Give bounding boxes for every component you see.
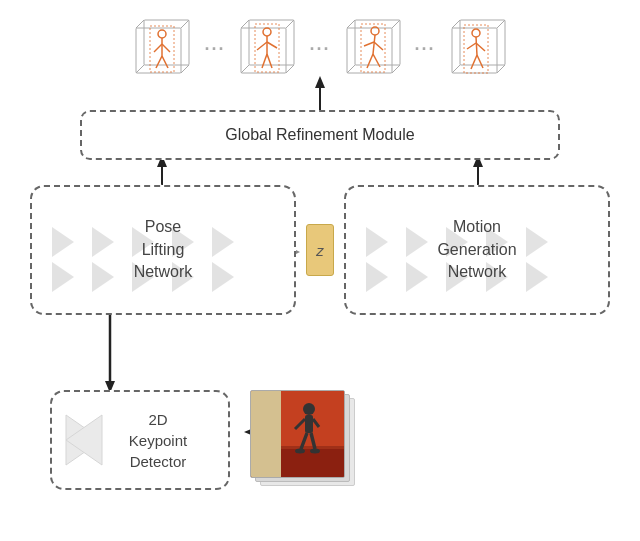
photo-frame-front bbox=[250, 390, 345, 478]
svg-point-33 bbox=[263, 28, 271, 36]
pln-label: PoseLiftingNetwork bbox=[134, 216, 193, 283]
svg-marker-75 bbox=[212, 262, 234, 292]
grm-label: Global Refinement Module bbox=[225, 126, 414, 144]
svg-line-61 bbox=[467, 43, 476, 49]
svg-line-25 bbox=[162, 56, 168, 68]
svg-line-17 bbox=[181, 20, 189, 28]
middle-row: PoseLiftingNetwork z bbox=[30, 185, 610, 315]
svg-line-48 bbox=[364, 42, 374, 46]
dots-2: ... bbox=[303, 34, 336, 55]
dots-3: ... bbox=[409, 34, 442, 55]
svg-line-55 bbox=[452, 20, 460, 28]
svg-line-32 bbox=[241, 65, 249, 73]
svg-marker-66 bbox=[52, 227, 74, 257]
svg-marker-76 bbox=[366, 227, 388, 257]
svg-marker-78 bbox=[406, 227, 428, 257]
z-label: z bbox=[316, 242, 324, 259]
pose-lifting-network: PoseLiftingNetwork bbox=[30, 185, 296, 315]
svg-line-24 bbox=[156, 56, 162, 68]
svg-line-49 bbox=[374, 42, 383, 50]
svg-line-30 bbox=[286, 20, 294, 28]
cube-group-2 bbox=[231, 8, 303, 80]
svg-line-19 bbox=[136, 65, 144, 73]
svg-line-18 bbox=[181, 65, 189, 73]
svg-line-45 bbox=[347, 65, 355, 73]
svg-point-102 bbox=[310, 449, 320, 454]
cube-group-3 bbox=[337, 8, 409, 80]
svg-marker-74 bbox=[212, 227, 234, 257]
z-connector: z bbox=[296, 224, 344, 276]
cube-group-4 bbox=[442, 8, 514, 80]
svg-line-57 bbox=[497, 65, 505, 73]
bottom-row: 2DKeypointDetector bbox=[50, 380, 610, 500]
cube-group-1 bbox=[126, 8, 198, 80]
svg-line-44 bbox=[392, 65, 400, 73]
svg-line-37 bbox=[262, 54, 267, 68]
skeleton-cube-4 bbox=[442, 8, 514, 80]
diagram-container: ... bbox=[0, 0, 640, 541]
svg-line-29 bbox=[241, 20, 249, 28]
svg-line-22 bbox=[154, 44, 162, 52]
svg-marker-69 bbox=[92, 262, 114, 292]
global-refinement-module: Global Refinement Module bbox=[80, 110, 560, 160]
svg-point-59 bbox=[472, 29, 480, 37]
svg-marker-84 bbox=[526, 227, 548, 257]
svg-marker-67 bbox=[52, 262, 74, 292]
dots-1: ... bbox=[198, 34, 231, 55]
input-video-frames bbox=[250, 390, 360, 490]
svg-point-101 bbox=[295, 449, 305, 454]
svg-point-20 bbox=[158, 30, 166, 38]
svg-line-63 bbox=[471, 55, 477, 69]
mgn-label: MotionGenerationNetwork bbox=[437, 216, 516, 283]
svg-line-36 bbox=[267, 42, 277, 48]
svg-marker-85 bbox=[526, 262, 548, 292]
keypoint-detector: 2DKeypointDetector bbox=[50, 390, 230, 490]
svg-line-35 bbox=[257, 42, 267, 50]
svg-rect-96 bbox=[305, 415, 313, 433]
z-latent-box: z bbox=[306, 224, 334, 276]
svg-line-60 bbox=[476, 37, 477, 55]
svg-line-42 bbox=[347, 20, 355, 28]
svg-point-95 bbox=[303, 403, 315, 415]
svg-line-56 bbox=[497, 20, 505, 28]
skeleton-cube-3 bbox=[337, 8, 409, 80]
svg-line-43 bbox=[392, 20, 400, 28]
top-cubes-row: ... bbox=[30, 8, 610, 80]
svg-line-16 bbox=[136, 20, 144, 28]
svg-marker-68 bbox=[92, 227, 114, 257]
svg-line-47 bbox=[373, 35, 375, 54]
svg-line-50 bbox=[367, 54, 373, 68]
svg-marker-77 bbox=[366, 262, 388, 292]
motion-generation-network: MotionGenerationNetwork bbox=[344, 185, 610, 315]
kd-label: 2DKeypointDetector bbox=[129, 409, 187, 472]
svg-rect-93 bbox=[251, 391, 281, 478]
svg-marker-79 bbox=[406, 262, 428, 292]
svg-line-64 bbox=[477, 55, 483, 68]
svg-line-31 bbox=[286, 65, 294, 73]
skeleton-cube-2 bbox=[231, 8, 303, 80]
skeleton-cube-1 bbox=[126, 8, 198, 80]
svg-line-23 bbox=[162, 44, 170, 52]
svg-line-58 bbox=[452, 65, 460, 73]
svg-line-38 bbox=[267, 54, 272, 68]
